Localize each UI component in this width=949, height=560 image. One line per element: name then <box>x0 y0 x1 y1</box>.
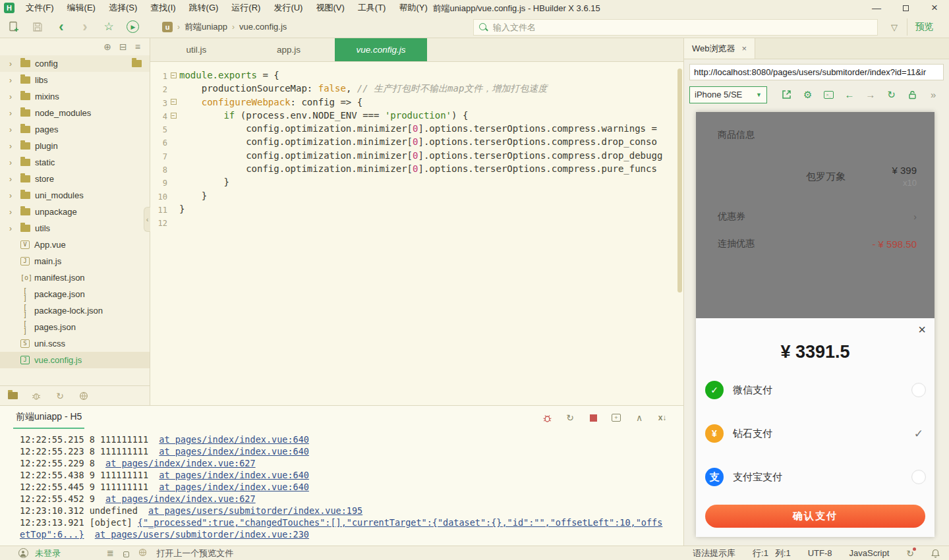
coupon-row[interactable]: 优惠券 <box>718 211 745 223</box>
menu-item-1[interactable]: 编辑(E) <box>61 1 101 15</box>
sidebar-file-vue-config-js[interactable]: Jvue.config.js <box>0 352 150 368</box>
filter-funnel-icon[interactable]: ▽ <box>891 22 898 32</box>
sidebar-item-static[interactable]: ›static <box>0 154 150 171</box>
project-view-icon[interactable] <box>7 390 18 402</box>
breadcrumb-file[interactable]: vue.config.js <box>239 22 287 32</box>
menu-item-8[interactable]: 工具(T) <box>352 1 392 15</box>
run-icon[interactable]: ▶ <box>123 18 142 36</box>
language-mode[interactable]: JavaScript <box>849 548 890 558</box>
browser-tab[interactable]: Web浏览器 × <box>684 38 755 59</box>
fold-marker-icon[interactable]: − <box>171 72 177 78</box>
editor-tab-vue-config-js[interactable]: vue.config.js <box>335 38 427 61</box>
confirm-pay-button[interactable]: 确认支付 <box>705 505 925 528</box>
menu-item-0[interactable]: 文件(F) <box>20 1 60 15</box>
payment-option-diamond[interactable]: ¥钻石支付✓ <box>696 412 935 455</box>
log-source-link[interactable]: at pages/index/index.vue:640 <box>159 470 309 480</box>
url-input[interactable] <box>694 67 939 77</box>
sidebar-item-mixins[interactable]: ›mixins <box>0 88 150 105</box>
open-external-icon[interactable] <box>776 90 797 99</box>
outline-list-icon[interactable]: ≣ <box>107 548 114 558</box>
sidebar-item-store[interactable]: ›store <box>0 171 150 187</box>
collapse-panel-icon[interactable]: ∧ <box>634 412 645 423</box>
log-source-link[interactable]: at pages/index/index.vue:627 <box>105 458 256 468</box>
fold-marker-icon[interactable]: − <box>171 99 177 105</box>
browser-back-icon[interactable]: ← <box>839 89 860 100</box>
browser-forward-icon[interactable]: → <box>860 89 881 100</box>
log-source-link[interactable]: at pages/users/submitorder/index.vue:195 <box>148 505 362 516</box>
menu-item-6[interactable]: 发行(U) <box>268 1 308 15</box>
menu-item-5[interactable]: 运行(R) <box>225 1 266 15</box>
sidebar-collapse-handle[interactable]: ‹ <box>144 207 150 232</box>
sidebar-item-unpackage[interactable]: ›unpackage <box>0 204 150 220</box>
editor-tab-app-js[interactable]: app.js <box>243 38 335 61</box>
cursor-column[interactable]: 列:1 <box>775 547 791 559</box>
payment-option-wechat[interactable]: ✓微信支付 <box>696 368 935 412</box>
cursor-line[interactable]: 行:1 <box>753 547 768 559</box>
sidebar-file-pages-json[interactable]: [ ]pages.json <box>0 319 150 335</box>
browser-console-icon[interactable]: >_ <box>818 91 839 99</box>
radio-button[interactable] <box>911 470 926 484</box>
browser-settings-icon[interactable]: ⚙ <box>797 89 819 101</box>
sidebar-file-manifest-json[interactable]: [o]manifest.json <box>0 269 150 286</box>
preview-button[interactable]: 预览 <box>907 18 941 36</box>
restart-icon[interactable]: ↻ <box>565 412 575 423</box>
menu-item-3[interactable]: 查找(I) <box>144 1 181 15</box>
bookmark-star-icon[interactable]: ☆ <box>99 18 119 36</box>
save-icon[interactable] <box>28 18 47 36</box>
browser-tab-close-icon[interactable]: × <box>742 43 747 53</box>
user-account-icon[interactable] <box>18 548 28 558</box>
log-source-link[interactable]: at pages/users/submitorder/index.vue:230 <box>95 529 309 540</box>
sidebar-file-main-js[interactable]: Jmain.js <box>0 253 150 269</box>
terminal-icon[interactable]: >_ <box>123 548 129 558</box>
code-area[interactable]: 1−module.exports = {2 productionSourceMa… <box>150 62 683 229</box>
notification-bell-icon[interactable] <box>931 549 940 558</box>
menu-item-2[interactable]: 选择(S) <box>103 1 143 15</box>
lock-icon[interactable] <box>902 90 923 99</box>
syntax-library[interactable]: 语法提示库 <box>693 547 735 559</box>
device-selector[interactable]: iPhone 5/SE ▼ <box>689 86 767 103</box>
log-source-link[interactable]: at pages/index/index.vue:640 <box>159 482 309 492</box>
fold-gutter[interactable]: − <box>167 69 179 82</box>
clear-log-icon[interactable]: x↓ <box>657 412 668 423</box>
open-previous-preview[interactable]: 打开上一个预览文件 <box>156 547 233 559</box>
log-source-link[interactable]: at pages/index/index.vue:627 <box>105 493 256 504</box>
log-source-link[interactable]: at pages/index/index.vue:640 <box>159 434 309 445</box>
stop-icon[interactable] <box>588 412 598 423</box>
collapse-all-icon[interactable]: ⊟ <box>119 42 127 52</box>
maximize-button[interactable] <box>891 0 920 16</box>
more-tools-icon[interactable]: » <box>923 89 944 100</box>
fold-gutter[interactable]: − <box>167 96 179 109</box>
login-status[interactable]: 未登录 <box>35 547 61 559</box>
editor-scrollbar[interactable] <box>677 69 682 293</box>
log-source-link[interactable]: at pages/index/index.vue:640 <box>159 446 309 457</box>
fold-marker-icon[interactable]: − <box>171 113 177 119</box>
sidebar-item-uni_modules[interactable]: ›uni_modules <box>0 187 150 204</box>
debug-icon[interactable] <box>542 412 552 423</box>
menu-item-9[interactable]: 帮助(Y) <box>393 1 433 15</box>
browser-globe-icon[interactable] <box>138 548 147 559</box>
breadcrumb-project[interactable]: 前端uniapp <box>185 21 227 33</box>
search-input[interactable] <box>493 22 836 32</box>
new-console-icon[interactable]: + <box>611 412 621 423</box>
encoding[interactable]: UTF-8 <box>808 548 832 558</box>
console-tab[interactable]: 前端uniapp - H5 <box>13 407 84 429</box>
minimize-button[interactable]: — <box>862 0 891 16</box>
update-icon[interactable]: ↻ <box>906 548 914 559</box>
debug-view-icon[interactable] <box>30 390 42 402</box>
close-button[interactable]: × <box>920 0 949 16</box>
sidebar-file-App-vue[interactable]: VApp.vue <box>0 237 150 253</box>
payment-option-alipay[interactable]: 支支付宝支付 <box>696 455 935 499</box>
menu-item-7[interactable]: 视图(V) <box>310 1 350 15</box>
navigate-forward-icon[interactable]: › <box>75 18 95 36</box>
sidebar-file-uni-scss[interactable]: Suni.scss <box>0 335 150 352</box>
sidebar-item-utils[interactable]: ›utils <box>0 220 150 237</box>
history-view-icon[interactable]: ↻ <box>54 390 66 402</box>
radio-button[interactable] <box>911 383 926 397</box>
explorer-menu-icon[interactable]: ≡ <box>135 42 140 52</box>
sidebar-item-config[interactable]: ›config <box>0 55 150 72</box>
web-view-icon[interactable] <box>78 390 90 402</box>
sidebar-file-package-json[interactable]: [ ]package.json <box>0 286 150 302</box>
navigate-back-icon[interactable]: ‹ <box>51 18 71 36</box>
locate-file-icon[interactable]: ⊕ <box>103 42 111 52</box>
sidebar-item-plugin[interactable]: ›plugin <box>0 138 150 154</box>
